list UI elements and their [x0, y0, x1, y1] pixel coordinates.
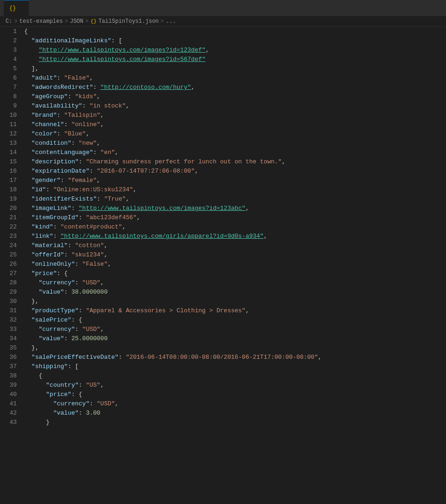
breadcrumb-test-examples: test-examples [20, 18, 63, 25]
line-number: 14 [4, 148, 17, 157]
code-line: "country": "US", [22, 381, 446, 390]
code-line: "id": "Online:en:US:sku1234", [22, 185, 446, 195]
line-number: 33 [4, 325, 17, 334]
line-number: 29 [4, 288, 17, 297]
line-number: 32 [4, 316, 17, 325]
line-number: 3 [4, 46, 17, 55]
code-line: "color": "Blue", [22, 129, 446, 139]
line-number: 18 [4, 185, 17, 195]
code-line: "salePriceEffectiveDate": "2016-06-14T08… [22, 353, 446, 362]
line-number: 27 [4, 269, 17, 278]
breadcrumb-sep-4: > [160, 18, 164, 25]
line-number: 15 [4, 157, 17, 167]
line-number: 7 [4, 83, 17, 92]
line-number: 5 [4, 64, 17, 74]
line-number: 13 [4, 139, 17, 148]
code-line: "value": 38.0000000 [22, 288, 446, 297]
code-line: "ageGroup": "kids", [22, 92, 446, 101]
code-line: "availability": "in stock", [22, 101, 446, 111]
code-line: "adwordsRedirect": "http://contoso.com/h… [22, 83, 446, 92]
code-line: "price": { [22, 390, 446, 399]
breadcrumb-sep-2: > [65, 18, 68, 25]
code-line: "brand": "Tailspin", [22, 111, 446, 120]
line-number: 42 [4, 409, 17, 418]
line-number: 28 [4, 278, 17, 288]
line-numbers: 1234567891011121314151617181920212223242… [0, 27, 22, 427]
code-line: "price": { [22, 269, 446, 278]
line-number: 35 [4, 343, 17, 353]
code-line: "value": 25.0000000 [22, 334, 446, 343]
code-line: }, [22, 297, 446, 306]
line-number: 43 [4, 418, 17, 427]
code-line: "itemGroupId": "abc123def456", [22, 213, 446, 222]
code-line: ], [22, 64, 446, 74]
code-line: }, [22, 343, 446, 353]
code-line: "onlineOnly": "False", [22, 260, 446, 269]
line-number: 12 [4, 129, 17, 139]
code-line: "channel": "online", [22, 120, 446, 129]
breadcrumb-filename: TailSpinToys1.json [99, 18, 159, 25]
line-number: 19 [4, 195, 17, 204]
line-number: 2 [4, 36, 17, 46]
code-line: "imageLink": "http://www.tailspintoys.co… [22, 204, 446, 213]
line-number: 9 [4, 101, 17, 111]
code-line: "http://www.tailspintoys.com/images?id=5… [22, 55, 446, 64]
breadcrumb-sep-1: > [14, 18, 17, 25]
line-number: 17 [4, 176, 17, 185]
code-line: "gender": "female", [22, 176, 446, 185]
line-number: 37 [4, 362, 17, 371]
line-number: 20 [4, 204, 17, 213]
line-number: 1 [4, 27, 17, 36]
line-number: 31 [4, 306, 17, 316]
code-line: "productType": "Apparel & Accessories > … [22, 306, 446, 316]
code-line: "adult": "False", [22, 74, 446, 83]
line-number: 40 [4, 390, 17, 399]
code-line: { [22, 371, 446, 381]
line-number: 21 [4, 213, 17, 222]
breadcrumb-sep-3: > [85, 18, 88, 25]
code-line: "condition": "new", [22, 139, 446, 148]
code-line: "expirationDate": "2016-07-14T07:27:06-0… [22, 167, 446, 176]
code-content: { "additionalImageLinks": [ "http://www.… [22, 27, 446, 427]
code-line: "shipping": [ [22, 362, 446, 371]
breadcrumb-ellipsis: ... [166, 18, 176, 25]
code-line: "currency": "USD", [22, 399, 446, 409]
line-number: 36 [4, 353, 17, 362]
breadcrumb-json: JSON [70, 18, 83, 25]
line-number: 11 [4, 120, 17, 129]
line-number: 22 [4, 222, 17, 232]
code-line: } [22, 418, 446, 427]
line-number: 24 [4, 241, 17, 250]
file-tab[interactable]: {} [4, 0, 29, 16]
breadcrumb-c: C: [6, 18, 12, 25]
code-line: "material": "cotton", [22, 241, 446, 250]
line-number: 34 [4, 334, 17, 343]
code-line: "value": 3.00 [22, 409, 446, 418]
code-line: "identifierExists": "True", [22, 195, 446, 204]
code-line: "currency": "USD", [22, 278, 446, 288]
line-number: 16 [4, 167, 17, 176]
code-line: "contentLanguage": "en", [22, 148, 446, 157]
code-line: "additionalImageLinks": [ [22, 36, 446, 46]
code-line: "link": "http://www.tailspintoys.com/gir… [22, 232, 446, 241]
line-number: 41 [4, 399, 17, 409]
line-number: 10 [4, 111, 17, 120]
line-number: 30 [4, 297, 17, 306]
code-line: { [22, 27, 446, 36]
line-number: 26 [4, 260, 17, 269]
line-number: 25 [4, 250, 17, 260]
line-number: 8 [4, 92, 17, 101]
code-line: "description": "Charming sundress perfec… [22, 157, 446, 167]
code-line: "currency": "USD", [22, 325, 446, 334]
code-line: "offerId": "sku1234", [22, 250, 446, 260]
line-number: 38 [4, 371, 17, 381]
line-number: 4 [4, 55, 17, 64]
breadcrumb-file-icon: {} [90, 19, 96, 24]
line-number: 23 [4, 232, 17, 241]
title-bar: {} [0, 0, 446, 16]
breadcrumb: C: > test-examples > JSON > {} TailSpinT… [0, 16, 446, 27]
line-number: 6 [4, 74, 17, 83]
code-line: "kind": "content#product", [22, 222, 446, 232]
json-file-icon: {} [9, 5, 16, 12]
editor-area: 1234567891011121314151617181920212223242… [0, 27, 446, 427]
